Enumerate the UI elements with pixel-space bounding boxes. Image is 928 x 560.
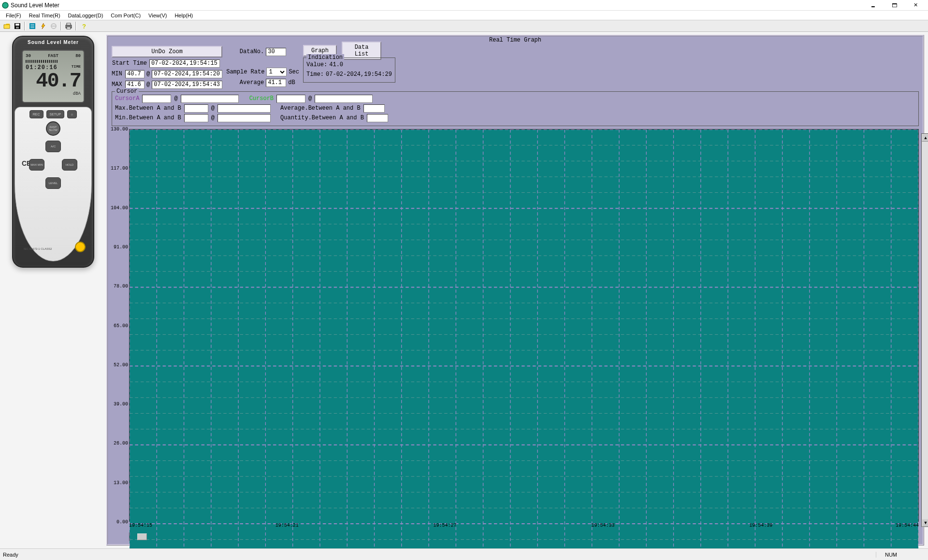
vscroll-track[interactable] — [922, 142, 928, 519]
status-num: NUM — [876, 552, 906, 558]
datano-input[interactable] — [266, 48, 286, 56]
cursor-b1-input[interactable] — [276, 95, 305, 103]
average-label: Average — [226, 79, 264, 86]
x-tick: 19:54:27 — [434, 523, 457, 528]
chart-y-axis: 130.00117.00104.0091.0078.0065.0052.0039… — [112, 129, 129, 522]
device-level-button[interactable]: LEVEL — [45, 177, 61, 189]
minab1-input[interactable] — [184, 114, 208, 122]
cursor-b2-input[interactable] — [315, 95, 373, 103]
maxab2-input[interactable] — [218, 104, 271, 113]
y-tick: 52.00 — [114, 362, 128, 367]
chart-plot-wrap[interactable] — [129, 129, 919, 522]
horizontal-scrollbar[interactable]: ◄ ► — [129, 532, 919, 541]
list-icon[interactable] — [28, 21, 37, 31]
y-tick: 91.00 — [114, 244, 128, 249]
bolt-icon[interactable] — [38, 21, 48, 31]
save-icon[interactable] — [13, 21, 22, 31]
indication-legend: Indication — [306, 54, 344, 61]
scrollbar-thumb[interactable] — [137, 533, 147, 540]
indication-box: Indication Value:41.0 Time:07-02-2024,19… — [303, 57, 395, 83]
samplerate-select[interactable]: 1 — [266, 68, 287, 76]
window-title: Sound Level Meter — [11, 2, 862, 9]
toolbar-separator — [24, 22, 26, 30]
x-tick: 19:54:15 — [129, 523, 152, 528]
lcd-reading: 40.7 — [26, 71, 81, 91]
toolbar: ? — [0, 20, 928, 32]
time-label: Time: — [306, 71, 324, 78]
at-label: @ — [174, 95, 177, 102]
close-button[interactable]: ✕ — [905, 0, 926, 10]
svg-rect-2 — [15, 24, 19, 26]
y-tick: 39.00 — [114, 402, 128, 407]
average-input[interactable] — [266, 79, 286, 87]
open-icon[interactable] — [2, 21, 12, 31]
print-icon[interactable] — [64, 21, 73, 31]
lcd-speed: FAST — [48, 54, 58, 58]
panel-title: Real Time Graph — [108, 36, 923, 44]
device-rec-button[interactable]: REC — [29, 110, 44, 118]
device-maxmin-button[interactable]: MAX MIN — [29, 159, 44, 171]
minab2-input[interactable] — [218, 114, 271, 122]
disabled-icon — [49, 21, 58, 31]
min-input[interactable] — [125, 70, 145, 78]
scroll-down-icon[interactable]: ▼ — [922, 519, 928, 527]
main-area: Sound Level Meter 30 FAST 80 01:20:16 TI… — [0, 32, 928, 548]
at-label: @ — [211, 105, 215, 112]
maxab1-input[interactable] — [184, 104, 208, 113]
vertical-scrollbar[interactable]: ▲ ▼ — [921, 133, 928, 527]
menu-help[interactable]: Help(H) — [171, 12, 197, 19]
cursor-a1-input[interactable] — [142, 95, 171, 103]
lcd-scale-high: 80 — [75, 54, 81, 58]
menu-file[interactable]: File(F) — [2, 12, 25, 19]
scrollbar-track[interactable] — [137, 533, 911, 540]
maximize-button[interactable]: 🗖 — [884, 0, 905, 10]
device-fastslow-button[interactable]: FAST SLOW — [46, 121, 60, 136]
help-icon[interactable]: ? — [79, 21, 88, 31]
meter-header: Sound Level Meter — [13, 37, 93, 48]
starttime-input[interactable] — [149, 59, 220, 68]
lcd-bargraph — [26, 60, 58, 63]
scroll-up-icon[interactable]: ▲ — [922, 134, 928, 142]
app-icon — [2, 2, 9, 9]
chart-area: 130.00117.00104.0091.0078.0065.0052.0039… — [112, 129, 919, 522]
max-input[interactable] — [125, 81, 145, 89]
db-label: dB — [288, 79, 295, 86]
device-power-button[interactable] — [75, 242, 86, 252]
svg-rect-3 — [16, 27, 19, 29]
meter-device: Sound Level Meter 30 FAST 80 01:20:16 TI… — [12, 36, 94, 268]
status-ready: Ready — [3, 552, 18, 558]
device-setup-button[interactable]: SETUP — [46, 110, 64, 118]
menubar: File(F) Real Time(R) DataLogger(D) Com P… — [0, 11, 928, 20]
min-at-input[interactable] — [152, 70, 222, 78]
time-readout: 07-02-2024,19:54:29 — [326, 71, 392, 78]
chart-plot[interactable] — [130, 129, 918, 560]
device-hold-button[interactable]: HOLD — [62, 159, 77, 171]
cursor-a2-input[interactable] — [181, 95, 239, 103]
x-tick: 19:54:21 — [276, 523, 299, 528]
chart-x-axis: 19:54:1519:54:2119:54:2719:54:3319:54:39… — [129, 523, 919, 531]
menu-view[interactable]: View(V) — [145, 12, 171, 19]
menu-realtime[interactable]: Real Time(R) — [25, 12, 64, 19]
device-ac-button[interactable]: A/C — [45, 141, 61, 152]
cursor-box: Cursor CursorA @ CursorB @ Max.Between A… — [112, 91, 919, 126]
qtyab-input[interactable] — [367, 114, 388, 122]
y-tick: 26.00 — [114, 441, 128, 446]
max-at-input[interactable] — [152, 81, 222, 89]
menu-comport[interactable]: Com Port(C) — [107, 12, 145, 19]
undo-zoom-button[interactable]: UnDo Zoom — [112, 46, 222, 57]
sec-label: Sec — [289, 69, 299, 75]
device-light-button[interactable]: ☼ — [67, 110, 77, 118]
minimize-button[interactable]: 🗕 — [862, 0, 884, 10]
y-tick: 104.00 — [111, 205, 128, 210]
qtyab-label: Quantity.Between A and B — [280, 115, 364, 121]
starttime-label: Start Time — [112, 60, 147, 67]
toolbar-separator — [75, 22, 77, 30]
lcd-screen: 30 FAST 80 01:20:16 TIME 40.7 dBA — [22, 50, 85, 103]
menu-datalogger[interactable]: DataLogger(D) — [64, 12, 107, 19]
y-tick: 130.00 — [111, 127, 128, 132]
x-tick: 19:54:33 — [591, 523, 614, 528]
at-label: @ — [146, 81, 150, 88]
samplerate-label: Sample Rate — [226, 69, 264, 75]
value-readout: 41.0 — [329, 61, 343, 68]
avgab-input[interactable] — [363, 104, 385, 113]
